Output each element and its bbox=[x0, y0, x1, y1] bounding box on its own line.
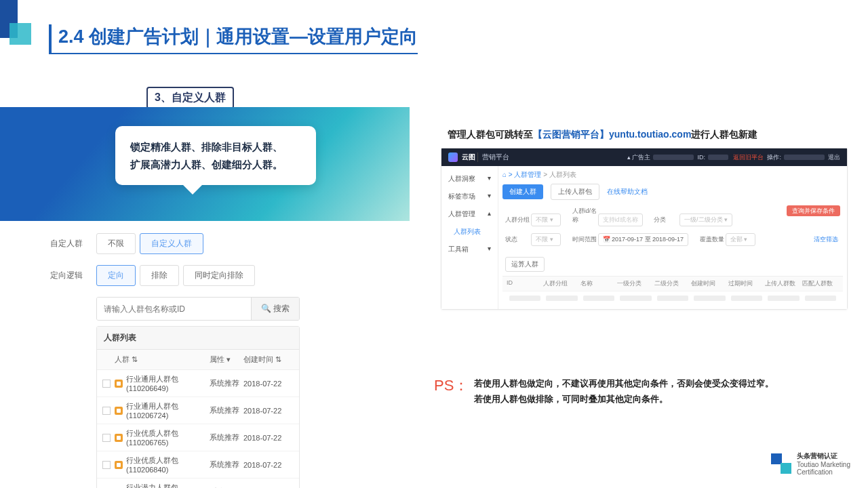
platform-topbar: 云图 营销平台 ▴ 广告主 ID: 返回旧平台 操作: 退出 bbox=[441, 148, 847, 166]
option-unlimited[interactable]: 不限 bbox=[96, 233, 136, 254]
row-label: 定向逻辑 bbox=[50, 270, 96, 281]
right-heading: 管理人群包可跳转至【云图营销平台】yuntu.toutiao.com进行人群包新… bbox=[448, 129, 757, 141]
chevron-up-icon: ▴ bbox=[488, 209, 491, 219]
col-head: 创建时间 ⇅ bbox=[243, 354, 294, 365]
filter-select[interactable]: 全部 ▾ bbox=[726, 233, 755, 246]
bubble-line: 扩展高潜力人群、创建细分人群。 bbox=[130, 156, 301, 174]
package-icon bbox=[115, 434, 123, 442]
sidebar-item-active[interactable]: 人群列表 bbox=[441, 223, 498, 241]
compute-tab[interactable]: 运算人群 bbox=[505, 257, 545, 272]
search-input[interactable] bbox=[97, 298, 251, 320]
cert-logo-icon bbox=[771, 453, 791, 474]
bubble-line: 锁定精准人群、排除非目标人群、 bbox=[130, 138, 301, 156]
breadcrumb: ⌂ > 人群管理 > 人群列表 bbox=[502, 170, 843, 180]
chevron-down-icon: ▾ bbox=[488, 174, 491, 184]
sidebar-item[interactable]: 标签市场▾ bbox=[441, 188, 498, 205]
certification-badge: 头条营销认证Toutiao MarketingCertification bbox=[771, 451, 850, 476]
logout-link[interactable]: 退出 bbox=[828, 154, 840, 161]
platform-sidebar: 人群洞察▾ 标签市场▾ 人群管理▴ 人群列表 工具箱▾ bbox=[441, 166, 498, 309]
table-row[interactable]: 行业通用人群包 (110206649)系统推荐2018-07-22 bbox=[97, 370, 299, 397]
filter-select[interactable]: 一级/二级分类 ▾ bbox=[679, 214, 732, 226]
audience-panel: 自定人群 不限 自定义人群 定向逻辑 定向 排除 同时定向排除 🔍 搜索 人群列… bbox=[50, 233, 321, 488]
col-head: 属性 ▾ bbox=[210, 354, 243, 365]
sidebar-item[interactable]: 人群管理▴ bbox=[441, 205, 498, 223]
checkbox[interactable] bbox=[102, 434, 111, 442]
checkbox[interactable] bbox=[102, 461, 111, 469]
help-link[interactable]: 在线帮助文档 bbox=[607, 187, 648, 197]
table-row[interactable]: 行业潜力人群包 (110206881)系统推荐2018-07-22 bbox=[97, 479, 299, 488]
upload-button[interactable]: 上传人群包 bbox=[551, 184, 599, 200]
create-button[interactable]: 创建人群 bbox=[502, 184, 543, 199]
search-button[interactable]: 🔍 搜索 bbox=[251, 298, 299, 320]
col-head: 人群 ⇅ bbox=[102, 354, 210, 365]
date-range[interactable]: 📅 2017-09-17 至 2018-09-17 bbox=[598, 233, 689, 246]
table-row[interactable]: 行业优质人群包 (110206765)系统推荐2018-07-22 bbox=[97, 424, 299, 451]
callout-bubble: 锁定精准人群、排除非目标人群、 扩展高潜力人群、创建细分人群。 bbox=[115, 126, 316, 185]
checkbox[interactable] bbox=[102, 380, 111, 388]
package-icon bbox=[115, 461, 123, 469]
checkbox[interactable] bbox=[102, 407, 111, 415]
package-icon bbox=[115, 380, 123, 388]
clear-link[interactable]: 清空筛选 bbox=[812, 233, 840, 246]
filter-input[interactable]: 支持id或名称 bbox=[598, 214, 643, 226]
option-target[interactable]: 定向 bbox=[96, 265, 136, 286]
package-icon bbox=[115, 407, 123, 415]
sidebar-item[interactable]: 工具箱▾ bbox=[441, 241, 498, 258]
chevron-down-icon: ▾ bbox=[488, 245, 491, 254]
row-label: 自定人群 bbox=[50, 238, 96, 249]
back-link[interactable]: 返回旧平台 bbox=[733, 154, 764, 161]
option-custom[interactable]: 自定义人群 bbox=[140, 233, 203, 254]
audience-table: 人群列表 人群 ⇅ 属性 ▾ 创建时间 ⇅ 行业通用人群包 (110206649… bbox=[96, 326, 300, 488]
section-tag: 3、自定义人群 bbox=[146, 87, 234, 109]
option-exclude[interactable]: 排除 bbox=[140, 265, 179, 286]
table-title: 人群列表 bbox=[97, 327, 299, 350]
ps-note: PS： 若使用人群包做定向，不建议再使用其他定向条件，否则会使受众变得过窄。 若… bbox=[434, 375, 841, 407]
slide-corner-decoration bbox=[0, 0, 31, 50]
search-box: 🔍 搜索 bbox=[96, 297, 300, 321]
ps-label: PS： bbox=[434, 375, 469, 396]
yuntu-platform-screenshot: 云图 营销平台 ▴ 广告主 ID: 返回旧平台 操作: 退出 人群洞察▾ 标签市… bbox=[441, 148, 848, 310]
filter-select[interactable]: 不限 ▾ bbox=[531, 214, 561, 226]
chevron-down-icon: ▾ bbox=[488, 192, 491, 201]
slide-title: 2.4 创建广告计划｜通用设置—设置用户定向 bbox=[49, 24, 418, 54]
option-both[interactable]: 同时定向排除 bbox=[183, 265, 255, 286]
filter-select[interactable]: 不限 ▾ bbox=[531, 233, 561, 246]
table-row[interactable]: 行业通用人群包 (110206724)系统推荐2018-07-22 bbox=[97, 397, 299, 424]
yuntu-logo-icon bbox=[448, 152, 458, 162]
sidebar-item[interactable]: 人群洞察▾ bbox=[441, 170, 498, 188]
table-row[interactable]: 行业优质人群包 (110206840)系统推荐2018-07-22 bbox=[97, 451, 299, 479]
query-button[interactable]: 查询并保存条件 bbox=[787, 205, 840, 216]
